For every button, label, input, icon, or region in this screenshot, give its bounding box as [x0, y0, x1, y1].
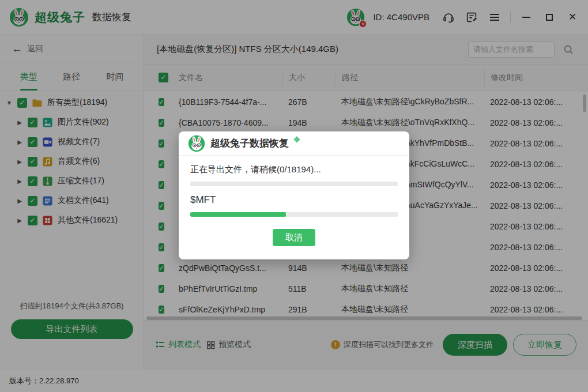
- current-file-label: $MFT: [190, 194, 398, 206]
- dialog-logo-icon: [188, 135, 205, 152]
- dialog-title: 超级兔子数据恢复: [210, 137, 289, 150]
- export-progress-dialog: 超级兔子数据恢复 正在导出文件，请稍候(0/18194)... $MFT 取消: [179, 131, 409, 259]
- cancel-button[interactable]: 取消: [273, 229, 315, 246]
- total-progress-bar: [190, 182, 398, 186]
- file-progress-bar: [190, 212, 398, 217]
- dialog-header: 超级兔子数据恢复: [179, 131, 409, 156]
- export-status-text: 正在导出文件，请稍候(0/18194)...: [190, 164, 398, 175]
- app-window: 超级兔子 数据恢复 V ID: 4C490VPB: [0, 0, 588, 392]
- diamond-decoration-icon: [293, 136, 300, 142]
